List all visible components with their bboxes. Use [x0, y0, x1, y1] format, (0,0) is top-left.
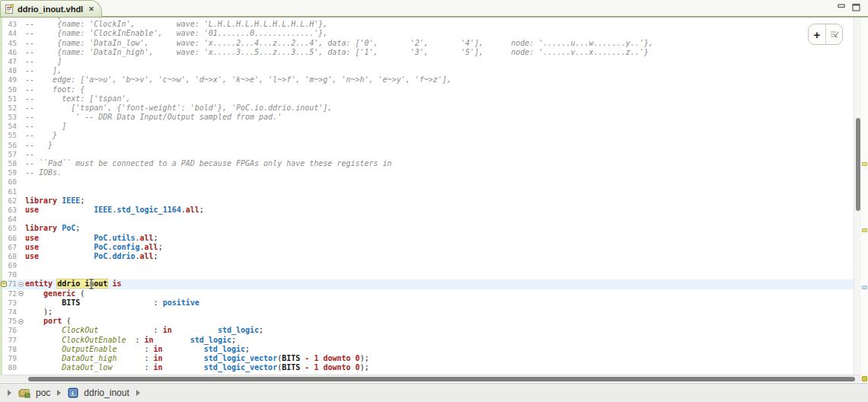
- code-text: -- edge: ['a~>u', 'b~>v', 'c~>w', 'd~>x'…: [25, 75, 854, 85]
- code-line[interactable]: 77 ClockOutEnable : in std_logic;: [0, 336, 854, 345]
- tab-ddrio-inout-vhdl[interactable]: ddrio_inout.vhdl ✕: [0, 0, 102, 17]
- breadcrumb-label: ddrio_inout: [84, 388, 129, 398]
- code-line[interactable]: 66use PoC.utils.all;: [0, 234, 854, 243]
- code-line[interactable]: 74 );: [0, 308, 854, 317]
- editor-floating-toolbar: +: [808, 24, 843, 45]
- code-line[interactable]: 64: [0, 215, 854, 224]
- code-text: ClockOut : in std_logic;: [25, 326, 854, 335]
- code-line[interactable]: 51-- text: ['tspan',: [0, 94, 854, 104]
- fold-column: [17, 196, 25, 206]
- line-number: 43: [0, 20, 17, 29]
- vhdl-file-icon: [5, 4, 14, 14]
- code-line[interactable]: 59-- IOBs.: [0, 168, 854, 177]
- fold-column: [17, 159, 25, 168]
- code-line[interactable]: 78 OutputEnable : in std_logic;: [0, 345, 854, 354]
- code-line[interactable]: 61: [0, 187, 854, 196]
- code-editor[interactable]: 42-- ['DataIn',43-- {name: 'ClockIn', wa…: [0, 18, 868, 375]
- code-text: use IEEE.std_logic_1164.all;: [25, 206, 854, 215]
- code-line[interactable]: 80 DataOut_low : in std_logic_vector(BIT…: [0, 363, 854, 372]
- code-line[interactable]: 57--: [0, 150, 854, 159]
- code-line[interactable]: 44-- {name: 'ClockInEnable', wave: '01..…: [0, 29, 854, 38]
- code-line[interactable]: 45-- {name: 'DataIn_low', wave: 'x.....2…: [0, 39, 854, 48]
- collapse-icon[interactable]: [18, 319, 24, 324]
- overview-mark-occurrence[interactable]: [862, 162, 867, 166]
- code-line[interactable]: 49-- edge: ['a~>u', 'b~>v', 'c~>w', 'd~>…: [0, 75, 854, 85]
- line-number: 47: [0, 57, 17, 66]
- collapse-icon[interactable]: [18, 291, 24, 296]
- chevron-right-icon[interactable]: [57, 390, 61, 396]
- code-line[interactable]: 48-- ],: [0, 66, 854, 75]
- code-text: -- {name: 'DataIn_high', wave: 'x.....3.…: [25, 48, 854, 57]
- fold-column: [17, 270, 25, 279]
- code-line[interactable]: 69: [0, 261, 854, 270]
- overview-mark-cursor-line[interactable]: [862, 286, 867, 289]
- code-line[interactable]: 50-- foot: {: [0, 85, 854, 94]
- horizontal-scrollbar-thumb[interactable]: [28, 377, 855, 381]
- code-line[interactable]: 75 port (: [0, 317, 854, 326]
- code-text: -- {name: 'DataIn_low', wave: 'x.....2..…: [25, 39, 854, 48]
- collapse-icon[interactable]: [18, 282, 24, 287]
- fold-column: [17, 326, 25, 335]
- code-line[interactable]: 67use PoC.config.all;: [0, 243, 854, 252]
- code-line[interactable]: 53-- ' -- DDR Data Input/Output sampled …: [0, 113, 854, 122]
- code-line[interactable]: 72 generic (: [0, 289, 854, 298]
- code-line[interactable]: 71entity ddrio_inout is: [0, 279, 854, 289]
- vertical-scrollbar-thumb[interactable]: [856, 118, 860, 211]
- fold-column: [17, 261, 25, 270]
- maximize-icon[interactable]: [852, 3, 860, 11]
- plus-button[interactable]: +: [809, 24, 825, 44]
- line-number: 63: [0, 206, 17, 215]
- code-text: -- foot: {: [25, 85, 854, 94]
- breadcrumb: pocEddrio_inout: [0, 383, 868, 402]
- code-line[interactable]: 63use IEEE.std_logic_1164.all;: [0, 206, 854, 215]
- code-line[interactable]: 65library PoC;: [0, 224, 854, 233]
- fold-column: [17, 141, 25, 150]
- overview-mark-occurrence-strong[interactable]: [862, 376, 867, 381]
- breadcrumb-item-ddrio_inout[interactable]: Eddrio_inout: [68, 388, 129, 398]
- text-cursor-icon: [88, 279, 94, 292]
- close-icon[interactable]: ✕: [88, 5, 94, 13]
- code-line[interactable]: 56-- }: [0, 141, 854, 150]
- fold-column: [17, 308, 25, 317]
- line-number: 57: [0, 150, 17, 159]
- horizontal-scrollbar[interactable]: [0, 375, 861, 382]
- overview-ruler[interactable]: [861, 18, 868, 381]
- line-number: 75: [0, 317, 17, 326]
- fold-column: [17, 57, 25, 66]
- chevron-right-icon[interactable]: [136, 390, 140, 396]
- code-line[interactable]: 58-- ``Pad`` must be connected to a PAD …: [0, 159, 854, 168]
- code-line[interactable]: 52-- ['tspan', {'font-weight': 'bold'}, …: [0, 104, 854, 113]
- code-line[interactable]: 68use PoC.ddrio.all;: [0, 252, 854, 261]
- line-number: 45: [0, 39, 17, 48]
- code-line[interactable]: 54-- ]: [0, 122, 854, 131]
- fold-column: [17, 29, 25, 38]
- code-text: -- ' -- DDR Data Input/Output sampled fr…: [25, 113, 854, 122]
- minimize-icon[interactable]: [838, 3, 846, 10]
- drill-down-button[interactable]: [825, 24, 842, 44]
- code-line[interactable]: 73 BITS : positive: [0, 298, 854, 308]
- code-line[interactable]: 76 ClockOut : in std_logic;: [0, 326, 854, 335]
- line-number: 65: [0, 224, 17, 233]
- code-text: generic (: [25, 289, 854, 298]
- code-line[interactable]: 43-- {name: 'ClockIn', wave: 'L.H.L.H.L.…: [0, 20, 854, 29]
- code-text: [25, 187, 854, 196]
- code-text: [25, 177, 854, 187]
- code-text: [25, 261, 854, 270]
- overview-mark-occurrence[interactable]: [862, 228, 867, 232]
- code-line[interactable]: 60: [0, 177, 854, 187]
- entity-marker-icon[interactable]: [1, 281, 7, 287]
- code-text: );: [25, 308, 854, 317]
- code-text: [25, 215, 854, 224]
- code-line[interactable]: 46-- {name: 'DataIn_high', wave: 'x.....…: [0, 48, 854, 57]
- line-number: 61: [0, 187, 17, 196]
- code-line[interactable]: 70: [0, 270, 854, 279]
- code-line[interactable]: 55-- }: [0, 131, 854, 140]
- line-number: 60: [0, 177, 17, 187]
- code-line[interactable]: 79 DataOut_high : in std_logic_vector(BI…: [0, 354, 854, 363]
- chevron-right-icon[interactable]: [8, 390, 11, 396]
- code-line[interactable]: 47-- ]: [0, 57, 854, 66]
- breadcrumb-item-poc[interactable]: poc: [18, 388, 50, 398]
- code-text: -- ``Pad`` must be connected to a PAD be…: [25, 159, 854, 168]
- vertical-scrollbar[interactable]: [854, 18, 861, 375]
- code-line[interactable]: 62library IEEE;: [0, 196, 854, 206]
